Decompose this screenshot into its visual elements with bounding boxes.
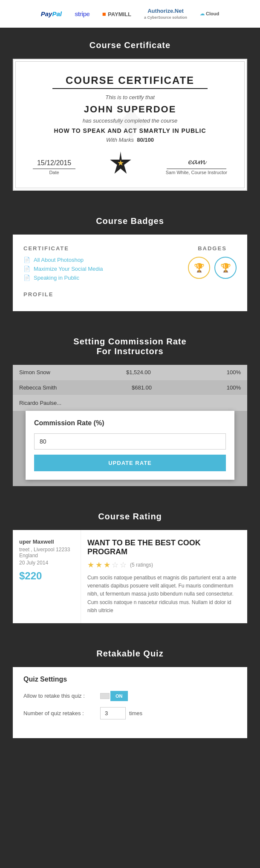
star-3: ★ <box>104 560 110 570</box>
cert-date: 15/12/2015 Date <box>33 159 75 175</box>
star-4: ☆ <box>112 560 118 570</box>
commission-section: Setting Commission RateFor Instructors S… <box>0 324 260 499</box>
toggle-off-state[interactable] <box>100 693 110 699</box>
paymill-logo: ■ PAYMILL <box>102 10 131 17</box>
rating-description: Cum sociis natoque penatibus et magnis d… <box>87 574 241 615</box>
quiz-retakes-unit: times <box>129 710 142 716</box>
rating-stars: ★ ★ ★ ☆ ☆ (5 ratings) <box>87 560 241 570</box>
cert-badge: ★ <box>109 152 132 175</box>
quiz-section-title: Retakable Quiz <box>9 649 251 659</box>
commission-table: Simon Snow $1,524.00 100% Rebecca Smith … <box>13 365 247 486</box>
badges-list-title: BADGES <box>188 245 237 252</box>
rating-price: $220 <box>19 570 74 582</box>
rating-course-title: WANT TO BE THE BEST COOK PROGRAM <box>87 539 241 557</box>
quiz-section: Retakable Quiz Quiz Settings Allow to re… <box>0 636 260 751</box>
cloud-logo: ☁ Cloud <box>200 11 219 17</box>
rating-course-info: WANT TO BE THE BEST COOK PROGRAM ★ ★ ★ ☆… <box>81 530 247 623</box>
quiz-card: Quiz Settings Allow to retake this quiz … <box>13 667 247 738</box>
rating-date: 20 July 2014 <box>19 560 74 566</box>
rating-section-title: Course Rating <box>9 512 251 521</box>
list-item: 📄 Speaking in Public <box>23 275 188 281</box>
rating-card: uper Maxwell treet , Liverpool 12233 Eng… <box>13 530 247 623</box>
cert-instructor-line <box>167 169 226 169</box>
cert-underline <box>52 88 208 89</box>
toggle-on-state[interactable]: ON <box>110 691 128 701</box>
quiz-retakes-input[interactable] <box>100 707 126 719</box>
badge-icons: 🏆 🏆 <box>188 257 237 279</box>
rating-location: treet , Liverpool 12233 England <box>19 547 74 559</box>
certificate-list-area: CERTIFICATE 📄 All About Photoshop 📄 Maxi… <box>23 245 188 284</box>
table-row: Ricardo Paulse... <box>13 395 247 411</box>
star-1: ★ <box>87 560 94 570</box>
list-item: 📄 All About Photoshop <box>23 257 188 263</box>
quiz-toggle[interactable]: ON <box>100 691 128 701</box>
quiz-retake-label: Allow to retake this quiz : <box>23 693 100 699</box>
rating-user-info: uper Maxwell treet , Liverpool 12233 Eng… <box>13 530 81 623</box>
cert-student-name: JOHN SUPERDOE <box>33 104 227 115</box>
cert-completed-text: has successfully completed the course <box>33 117 227 124</box>
commission-section-title: Setting Commission RateFor Instructors <box>9 337 251 356</box>
cert-link-socialmedia[interactable]: Maximize Your Social Media <box>34 266 103 272</box>
list-item: 📄 Maximize Your Social Media <box>23 266 188 272</box>
quiz-retakes-label: Number of quiz retakes : <box>23 710 100 716</box>
commission-rate-input[interactable] <box>34 433 226 450</box>
badges-section: Course Badges CERTIFICATE 📄 All About Ph… <box>0 203 260 324</box>
rating-section: Course Rating uper Maxwell treet , Liver… <box>0 499 260 636</box>
update-rate-button[interactable]: UPDATE RATE <box>34 455 226 471</box>
badges-card: CERTIFICATE 📄 All About Photoshop 📄 Maxi… <box>13 235 247 311</box>
badges-list-area: BADGES 🏆 🏆 <box>188 245 237 279</box>
cert-bottom: 15/12/2015 Date ★ 𝓮𝓪𝓶 Sam White, Course … <box>33 152 227 175</box>
payment-logos-bar: PayPal stripe ■ PAYMILL Authorize.Net a … <box>0 0 260 28</box>
paypal-logo: PayPal <box>41 10 62 17</box>
badges-inner: CERTIFICATE 📄 All About Photoshop 📄 Maxi… <box>23 245 237 284</box>
cert-signature: 𝓮𝓪𝓶 <box>166 156 227 167</box>
badge-trophy-teal: 🏆 <box>214 257 237 279</box>
cert-instructor: 𝓮𝓪𝓶 Sam White, Course Instructor <box>166 156 227 175</box>
commission-modal-title: Commission Rate (%) <box>34 419 226 427</box>
badges-title-area: BADGES 🏆 🏆 <box>188 245 237 279</box>
authorizenet-logo: Authorize.Net a CyberSource solution <box>144 8 187 20</box>
rating-count: (5 ratings) <box>130 562 153 568</box>
commission-modal: Commission Rate (%) UPDATE RATE <box>26 411 234 480</box>
table-row: Rebecca Smith $681.00 100% <box>13 380 247 395</box>
certificate-section: Course Certificate ✦ COURSE CERTIFICATE … <box>0 28 260 203</box>
badges-section-title: Course Badges <box>9 216 251 226</box>
table-row: Simon Snow $1,524.00 100% <box>13 365 247 380</box>
profile-title: PROFILE <box>23 291 237 298</box>
badge-trophy-gold: 🏆 <box>188 257 210 279</box>
star-5: ☆ <box>120 560 127 570</box>
certificate-list-title: CERTIFICATE <box>23 245 188 252</box>
stripe-logo: stripe <box>75 10 90 17</box>
cert-course-name: HOW TO SPEAK AND ACT SMARTLY IN PUBLIC <box>33 127 227 134</box>
certificate-content: ✦ COURSE CERTIFICATE This is to certify … <box>15 61 245 188</box>
certificate-card: ✦ COURSE CERTIFICATE This is to certify … <box>13 59 247 191</box>
rating-username: uper Maxwell <box>19 539 74 545</box>
quiz-settings-title: Quiz Settings <box>23 676 237 683</box>
cert-marks: With Marks 80/100 <box>33 137 227 143</box>
doc-icon: 📄 <box>23 266 30 272</box>
doc-icon: 📄 <box>23 257 30 263</box>
cert-date-line <box>33 169 75 169</box>
cert-link-photoshop[interactable]: All About Photoshop <box>34 257 84 263</box>
certificate-section-title: Course Certificate <box>9 40 251 50</box>
quiz-retakes-row: Number of quiz retakes : times <box>23 707 237 719</box>
cert-heading: COURSE CERTIFICATE <box>33 74 227 86</box>
cert-certify-text: This is to certify that <box>33 94 227 100</box>
cert-link-speaking[interactable]: Speaking in Public <box>34 275 79 281</box>
profile-section: PROFILE <box>23 291 237 298</box>
quiz-retake-row: Allow to retake this quiz : ON <box>23 691 237 701</box>
doc-icon: 📄 <box>23 275 30 281</box>
commission-modal-wrapper: Commission Rate (%) UPDATE RATE <box>13 411 247 486</box>
star-2: ★ <box>95 560 102 570</box>
